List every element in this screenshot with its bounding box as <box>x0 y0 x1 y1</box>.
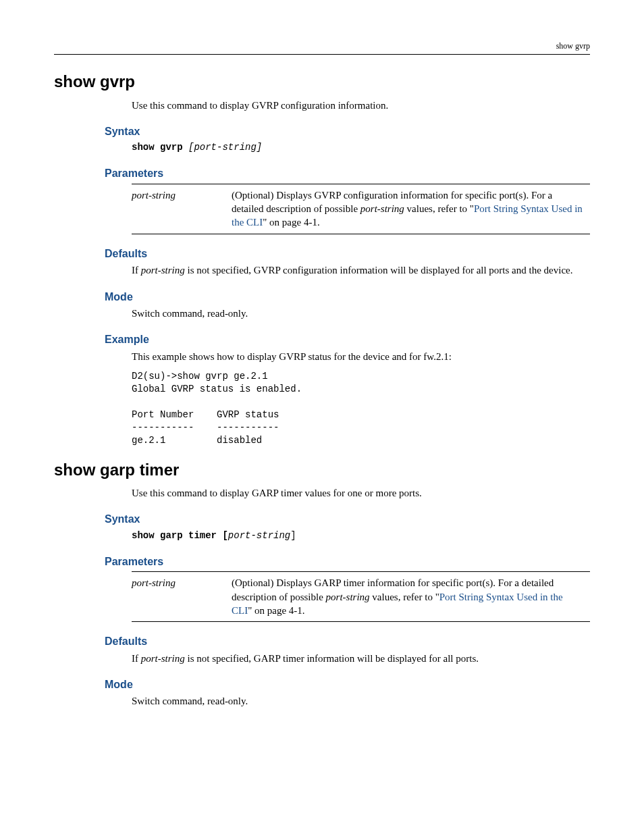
param-name2: port-string <box>132 572 232 622</box>
param-desc-mid: values, refer to " <box>404 203 474 214</box>
syntax-arg: [port-string] <box>188 142 262 153</box>
defaults2-post: is not specified, GARP timer information… <box>185 653 479 664</box>
section2-intro: Use this command to display GARP timer v… <box>132 486 590 500</box>
section1-params-heading: Parameters <box>105 166 590 181</box>
section2-mode-heading: Mode <box>105 677 590 692</box>
defaults-ital: port-string <box>141 265 185 276</box>
section1-syntax: show gvrp [port-string] <box>132 141 590 154</box>
section1-example-intro: This example shows how to display GVRP s… <box>132 350 590 363</box>
section1-param-table: port-string (Optional) Displays GVRP con… <box>132 184 590 234</box>
section2-params-heading: Parameters <box>105 554 590 569</box>
param-desc: (Optional) Displays GVRP configuration i… <box>232 184 590 234</box>
section2-syntax: show garp timer [port-string] <box>132 529 590 542</box>
section2-defaults-heading: Defaults <box>105 634 590 649</box>
defaults2-ital: port-string <box>141 653 185 664</box>
section2-defaults-text: If port-string is not specified, GARP ti… <box>132 652 590 665</box>
param-desc-post: " on page 4-1. <box>263 217 319 228</box>
section2-mode-text: Switch command, read-only. <box>132 694 590 708</box>
syntax-close2: ] <box>290 530 296 541</box>
section1-example-code: D2(su)->show gvrp ge.2.1 Global GVRP sta… <box>132 370 590 446</box>
param2-desc-mid: values, refer to " <box>370 592 439 602</box>
section2-param-table: port-string (Optional) Displays GARP tim… <box>132 571 590 622</box>
section1-title: show gvrp <box>54 71 590 93</box>
param-name: port-string <box>132 184 232 234</box>
defaults-post: is not specified, GVRP configuration inf… <box>185 265 573 276</box>
section1-defaults-heading: Defaults <box>105 246 590 261</box>
param2-desc-ital: port-string <box>326 592 370 602</box>
syntax-arg2: port-string <box>228 530 290 541</box>
section1-defaults-text: If port-string is not specified, GVRP co… <box>132 263 590 277</box>
section2-syntax-heading: Syntax <box>105 512 590 527</box>
defaults-pre: If <box>132 265 141 276</box>
section2-title: show garp timer <box>54 459 590 481</box>
param-desc-ital: port-string <box>360 203 404 214</box>
section1-intro: Use this command to display GVRP configu… <box>132 99 590 112</box>
defaults2-pre: If <box>132 653 141 664</box>
param2-desc-post: " on page 4-1. <box>248 605 304 616</box>
section1-example-heading: Example <box>105 332 590 347</box>
syntax-cmd: show gvrp <box>132 142 188 153</box>
syntax-cmd2: show garp timer [ <box>132 530 228 541</box>
running-head: show gvrp <box>54 41 590 55</box>
param-desc2: (Optional) Displays GARP timer informati… <box>232 572 590 622</box>
section1-mode-heading: Mode <box>105 290 590 305</box>
section1-mode-text: Switch command, read-only. <box>132 307 590 320</box>
section1-syntax-heading: Syntax <box>105 124 590 139</box>
